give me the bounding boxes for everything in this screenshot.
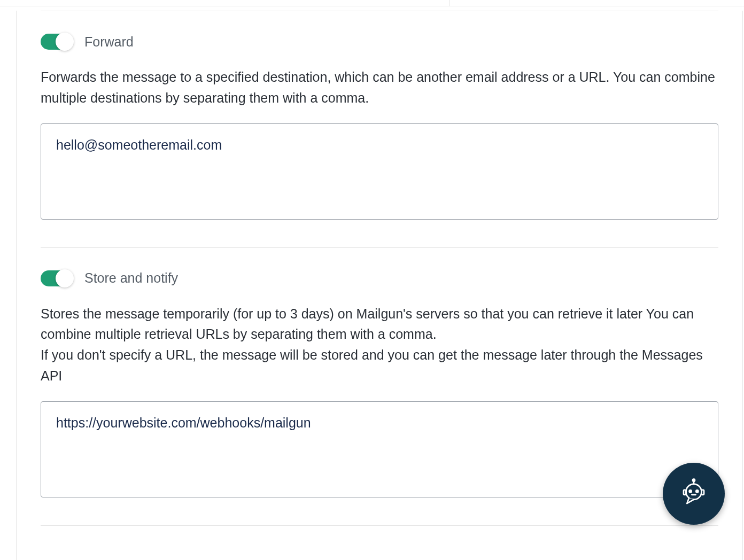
store-notify-description: Stores the message temporarily (for up t… bbox=[41, 304, 718, 386]
forward-input[interactable] bbox=[41, 123, 718, 220]
forward-description: Forwards the message to a specified dest… bbox=[41, 67, 718, 108]
svg-rect-4 bbox=[702, 490, 704, 495]
svg-point-2 bbox=[686, 484, 702, 500]
store-notify-input[interactable] bbox=[41, 401, 718, 497]
forward-section: Forward Forwards the message to a specif… bbox=[41, 11, 718, 222]
svg-point-5 bbox=[689, 490, 692, 492]
store-notify-toggle[interactable] bbox=[41, 270, 73, 286]
forward-toggle[interactable] bbox=[41, 34, 73, 50]
section-divider bbox=[41, 525, 718, 526]
svg-point-6 bbox=[696, 490, 698, 492]
store-notify-section: Store and notify Stores the message temp… bbox=[41, 248, 718, 500]
chat-bot-button[interactable] bbox=[663, 463, 725, 525]
store-notify-label: Store and notify bbox=[84, 270, 178, 286]
chat-bot-icon bbox=[678, 478, 709, 509]
forward-label: Forward bbox=[84, 34, 134, 50]
svg-rect-3 bbox=[684, 490, 686, 495]
svg-point-1 bbox=[693, 479, 695, 481]
